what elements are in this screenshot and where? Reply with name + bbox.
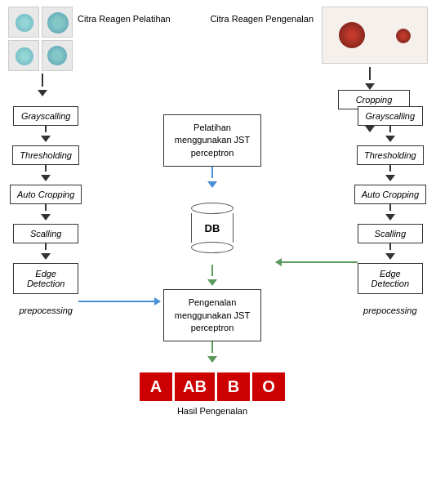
edge-detection-left-box: EdgeDetection bbox=[13, 263, 78, 294]
left-to-db-arrow bbox=[78, 301, 160, 302]
training-img-2 bbox=[42, 7, 73, 38]
edge-detection-right-box: EdgeDetection bbox=[358, 263, 423, 294]
blue-up-indicator bbox=[211, 157, 212, 158]
right-section-label: Citra Reagen Pengenalan bbox=[210, 13, 314, 25]
center-flow: Pelatihan menggunakan JST perceptron DB … bbox=[155, 114, 269, 416]
left-flow-column: Grayscalling Thresholding Auto Cropping … bbox=[10, 106, 82, 315]
training-img-1 bbox=[8, 7, 39, 38]
blood-type-O[interactable]: O bbox=[252, 372, 285, 401]
hasil-label: Hasil Pengenalan bbox=[177, 406, 247, 416]
left-image-section bbox=[8, 7, 73, 71]
training-img-4 bbox=[42, 40, 73, 71]
right-flow-column: Grayscalling Thresholding Auto Cropping … bbox=[354, 106, 426, 315]
auto-cropping-left-box: Auto Cropping bbox=[10, 185, 82, 204]
preproc-left-label: prepocessing bbox=[19, 306, 72, 315]
main-container: Citra Reagen Pelatihan Citra Reagen Peng… bbox=[0, 0, 436, 504]
db-cylinder-container: DB bbox=[191, 203, 234, 253]
grayscalling-left-box: Grayscalling bbox=[13, 106, 78, 126]
training-box: Pelatihan menggunakan JST perceptron bbox=[163, 114, 261, 167]
preproc-right-label: prepocessing bbox=[363, 306, 416, 315]
thresholding-right-box: Thresholding bbox=[357, 145, 424, 165]
left-section-label: Citra Reagen Pelatihan bbox=[78, 13, 171, 25]
grayscalling-right-box: Grayscalling bbox=[358, 106, 423, 126]
scalling-right-box: Scalling bbox=[358, 224, 423, 243]
db-label: DB bbox=[191, 213, 234, 243]
right-image-section bbox=[322, 7, 428, 64]
blood-type-B[interactable]: B bbox=[217, 372, 250, 401]
training-img-3 bbox=[8, 40, 39, 71]
right-to-db-arrow bbox=[276, 261, 358, 263]
blood-type-buttons: A AB B O bbox=[140, 372, 285, 401]
blood-drop-1 bbox=[339, 22, 365, 48]
right-image-container bbox=[322, 7, 428, 64]
recognition-box: Pengenalan menggunakan JST perceptron bbox=[163, 289, 261, 341]
arrow-left-images-down bbox=[38, 74, 47, 100]
auto-cropping-right-box: Auto Cropping bbox=[354, 185, 426, 204]
blood-drop-2 bbox=[396, 29, 411, 43]
scalling-left-box: Scalling bbox=[13, 224, 78, 243]
thresholding-left-box: Thresholding bbox=[12, 145, 79, 165]
blood-type-A[interactable]: A bbox=[140, 372, 172, 401]
blood-type-AB[interactable]: AB bbox=[175, 372, 215, 401]
